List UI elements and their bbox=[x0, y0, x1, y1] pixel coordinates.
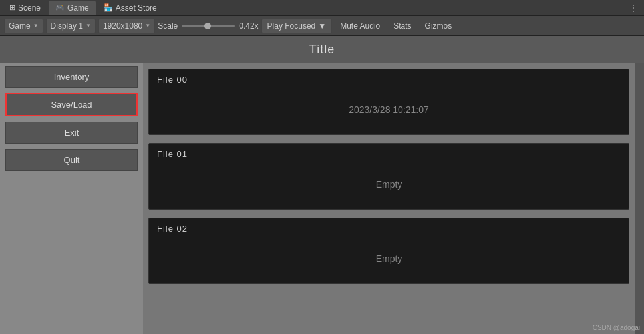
file-card-01[interactable]: File 01 Empty bbox=[148, 143, 629, 210]
quit-button[interactable]: Quit bbox=[5, 149, 138, 171]
save-load-button[interactable]: Save/Load bbox=[5, 93, 138, 116]
game-title-text: Title bbox=[309, 43, 335, 56]
display-dropdown-arrow: ▼ bbox=[86, 23, 91, 29]
toolbar: Game ▼ Display 1 ▼ 1920x1080 ▼ Scale 0.4… bbox=[0, 16, 644, 36]
file-02-content: Empty bbox=[149, 239, 629, 279]
tab-game[interactable]: 🎮 Game bbox=[49, 1, 96, 15]
inventory-button[interactable]: Inventory bbox=[5, 66, 138, 88]
tab-scene-label: Scene bbox=[18, 3, 41, 13]
mute-audio-button[interactable]: Mute Audio bbox=[335, 19, 385, 33]
scene-icon: ⊞ bbox=[9, 3, 15, 12]
tab-game-label: Game bbox=[67, 3, 89, 13]
resolution-dropdown[interactable]: 1920x1080 ▼ bbox=[98, 19, 155, 33]
file-02-header: File 02 bbox=[149, 218, 629, 239]
scale-label: Scale bbox=[158, 21, 178, 31]
asset-store-icon: 🏪 bbox=[104, 3, 113, 12]
file-01-header: File 01 bbox=[149, 144, 629, 164]
exit-button[interactable]: Exit bbox=[5, 122, 138, 144]
resolution-dropdown-label: 1920x1080 bbox=[103, 21, 142, 31]
game-icon: 🎮 bbox=[55, 3, 65, 12]
tab-bar-more[interactable]: ⋮ bbox=[625, 3, 641, 13]
game-dropdown-label: Game bbox=[9, 21, 31, 31]
file-00-content: 2023/3/28 10:21:07 bbox=[149, 90, 629, 130]
file-card-00[interactable]: File 00 2023/3/28 10:21:07 bbox=[148, 69, 629, 135]
gizmos-button[interactable]: Gizmos bbox=[420, 19, 458, 33]
scale-slider-thumb bbox=[204, 23, 211, 29]
file-01-content: Empty bbox=[149, 164, 629, 204]
scale-control: Scale 0.42x bbox=[158, 21, 258, 31]
tab-asset-store-label: Asset Store bbox=[116, 3, 157, 13]
tab-bar: ⊞ Scene 🎮 Game 🏪 Asset Store ⋮ bbox=[0, 0, 644, 16]
play-focused-button[interactable]: Play Focused ▼ bbox=[261, 19, 333, 33]
tab-asset-store[interactable]: 🏪 Asset Store bbox=[97, 1, 164, 15]
file-list[interactable]: File 00 2023/3/28 10:21:07 File 01 Empty… bbox=[143, 63, 635, 334]
stats-button[interactable]: Stats bbox=[388, 19, 416, 33]
main-area: Title Inventory Save/Load Exit Quit File… bbox=[0, 36, 644, 334]
resolution-dropdown-arrow: ▼ bbox=[145, 23, 150, 29]
play-focused-label: Play Focused bbox=[267, 21, 316, 31]
watermark: CSDN @adogai bbox=[593, 324, 640, 331]
file-00-header: File 00 bbox=[149, 69, 629, 90]
game-title: Title bbox=[0, 36, 644, 63]
scale-value: 0.42x bbox=[239, 21, 258, 31]
display-dropdown[interactable]: Display 1 ▼ bbox=[46, 19, 96, 33]
tab-scene[interactable]: ⊞ Scene bbox=[3, 1, 47, 15]
display-dropdown-label: Display 1 bbox=[51, 21, 83, 31]
game-content: Inventory Save/Load Exit Quit File 00 20… bbox=[0, 63, 644, 334]
left-menu: Inventory Save/Load Exit Quit bbox=[0, 63, 143, 334]
scrollbar[interactable] bbox=[635, 63, 644, 334]
game-dropdown-arrow: ▼ bbox=[33, 23, 39, 29]
file-card-02[interactable]: File 02 Empty bbox=[148, 218, 629, 284]
scale-slider[interactable] bbox=[182, 25, 235, 27]
play-focused-arrow: ▼ bbox=[318, 21, 326, 31]
game-dropdown[interactable]: Game ▼ bbox=[4, 19, 43, 33]
